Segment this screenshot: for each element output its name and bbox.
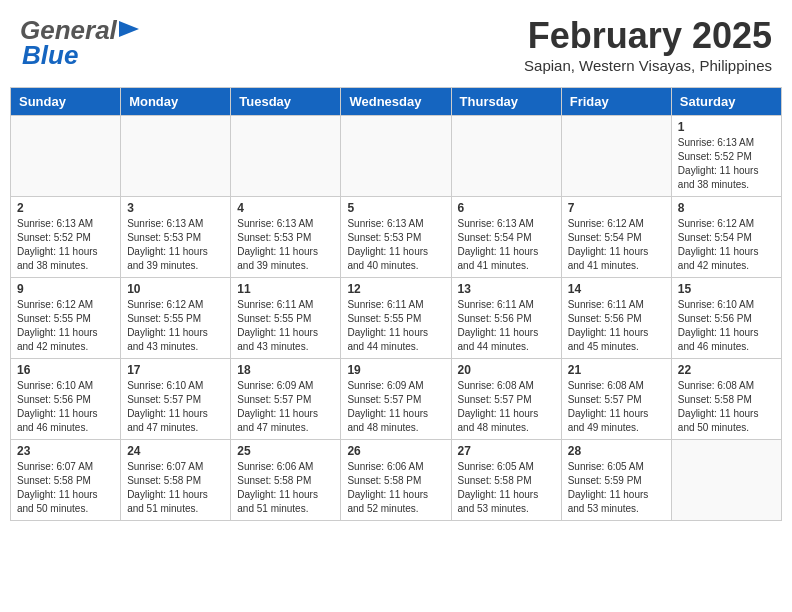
day-info-11: Sunrise: 6:11 AM Sunset: 5:55 PM Dayligh… — [237, 298, 334, 354]
day-cell-1-2: 4Sunrise: 6:13 AM Sunset: 5:53 PM Daylig… — [231, 197, 341, 278]
day-cell-1-6: 8Sunrise: 6:12 AM Sunset: 5:54 PM Daylig… — [671, 197, 781, 278]
day-number-18: 18 — [237, 363, 334, 377]
weekday-header-row: Sunday Monday Tuesday Wednesday Thursday… — [11, 88, 782, 116]
day-cell-2-5: 14Sunrise: 6:11 AM Sunset: 5:56 PM Dayli… — [561, 278, 671, 359]
day-cell-3-2: 18Sunrise: 6:09 AM Sunset: 5:57 PM Dayli… — [231, 359, 341, 440]
day-number-8: 8 — [678, 201, 775, 215]
day-number-14: 14 — [568, 282, 665, 296]
day-info-15: Sunrise: 6:10 AM Sunset: 5:56 PM Dayligh… — [678, 298, 775, 354]
day-info-12: Sunrise: 6:11 AM Sunset: 5:55 PM Dayligh… — [347, 298, 444, 354]
day-cell-0-1 — [121, 116, 231, 197]
day-cell-0-3 — [341, 116, 451, 197]
day-cell-3-3: 19Sunrise: 6:09 AM Sunset: 5:57 PM Dayli… — [341, 359, 451, 440]
header-saturday: Saturday — [671, 88, 781, 116]
day-cell-2-0: 9Sunrise: 6:12 AM Sunset: 5:55 PM Daylig… — [11, 278, 121, 359]
day-cell-1-4: 6Sunrise: 6:13 AM Sunset: 5:54 PM Daylig… — [451, 197, 561, 278]
day-cell-0-4 — [451, 116, 561, 197]
day-cell-0-2 — [231, 116, 341, 197]
day-cell-4-6 — [671, 440, 781, 521]
day-info-7: Sunrise: 6:12 AM Sunset: 5:54 PM Dayligh… — [568, 217, 665, 273]
day-info-26: Sunrise: 6:06 AM Sunset: 5:58 PM Dayligh… — [347, 460, 444, 516]
subtitle: Sapian, Western Visayas, Philippines — [524, 57, 772, 74]
day-number-17: 17 — [127, 363, 224, 377]
day-info-24: Sunrise: 6:07 AM Sunset: 5:58 PM Dayligh… — [127, 460, 224, 516]
day-cell-4-3: 26Sunrise: 6:06 AM Sunset: 5:58 PM Dayli… — [341, 440, 451, 521]
day-number-12: 12 — [347, 282, 444, 296]
day-number-25: 25 — [237, 444, 334, 458]
day-cell-4-4: 27Sunrise: 6:05 AM Sunset: 5:58 PM Dayli… — [451, 440, 561, 521]
day-cell-0-5 — [561, 116, 671, 197]
day-cell-4-0: 23Sunrise: 6:07 AM Sunset: 5:58 PM Dayli… — [11, 440, 121, 521]
day-info-21: Sunrise: 6:08 AM Sunset: 5:57 PM Dayligh… — [568, 379, 665, 435]
day-cell-3-6: 22Sunrise: 6:08 AM Sunset: 5:58 PM Dayli… — [671, 359, 781, 440]
day-info-20: Sunrise: 6:08 AM Sunset: 5:57 PM Dayligh… — [458, 379, 555, 435]
day-info-25: Sunrise: 6:06 AM Sunset: 5:58 PM Dayligh… — [237, 460, 334, 516]
day-info-27: Sunrise: 6:05 AM Sunset: 5:58 PM Dayligh… — [458, 460, 555, 516]
day-cell-3-1: 17Sunrise: 6:10 AM Sunset: 5:57 PM Dayli… — [121, 359, 231, 440]
day-info-8: Sunrise: 6:12 AM Sunset: 5:54 PM Dayligh… — [678, 217, 775, 273]
day-info-19: Sunrise: 6:09 AM Sunset: 5:57 PM Dayligh… — [347, 379, 444, 435]
day-number-9: 9 — [17, 282, 114, 296]
day-info-14: Sunrise: 6:11 AM Sunset: 5:56 PM Dayligh… — [568, 298, 665, 354]
day-number-2: 2 — [17, 201, 114, 215]
day-cell-2-2: 11Sunrise: 6:11 AM Sunset: 5:55 PM Dayli… — [231, 278, 341, 359]
week-row-0: 1Sunrise: 6:13 AM Sunset: 5:52 PM Daylig… — [11, 116, 782, 197]
day-number-11: 11 — [237, 282, 334, 296]
header-monday: Monday — [121, 88, 231, 116]
day-cell-2-4: 13Sunrise: 6:11 AM Sunset: 5:56 PM Dayli… — [451, 278, 561, 359]
day-cell-4-2: 25Sunrise: 6:06 AM Sunset: 5:58 PM Dayli… — [231, 440, 341, 521]
day-number-4: 4 — [237, 201, 334, 215]
day-info-17: Sunrise: 6:10 AM Sunset: 5:57 PM Dayligh… — [127, 379, 224, 435]
day-cell-4-1: 24Sunrise: 6:07 AM Sunset: 5:58 PM Dayli… — [121, 440, 231, 521]
day-number-15: 15 — [678, 282, 775, 296]
day-number-16: 16 — [17, 363, 114, 377]
day-number-5: 5 — [347, 201, 444, 215]
day-info-18: Sunrise: 6:09 AM Sunset: 5:57 PM Dayligh… — [237, 379, 334, 435]
day-info-13: Sunrise: 6:11 AM Sunset: 5:56 PM Dayligh… — [458, 298, 555, 354]
day-info-10: Sunrise: 6:12 AM Sunset: 5:55 PM Dayligh… — [127, 298, 224, 354]
day-info-9: Sunrise: 6:12 AM Sunset: 5:55 PM Dayligh… — [17, 298, 114, 354]
day-info-4: Sunrise: 6:13 AM Sunset: 5:53 PM Dayligh… — [237, 217, 334, 273]
day-cell-0-0 — [11, 116, 121, 197]
logo-arrow-icon — [119, 19, 139, 39]
day-cell-2-3: 12Sunrise: 6:11 AM Sunset: 5:55 PM Dayli… — [341, 278, 451, 359]
svg-marker-0 — [119, 21, 139, 37]
day-info-16: Sunrise: 6:10 AM Sunset: 5:56 PM Dayligh… — [17, 379, 114, 435]
day-info-22: Sunrise: 6:08 AM Sunset: 5:58 PM Dayligh… — [678, 379, 775, 435]
day-number-19: 19 — [347, 363, 444, 377]
logo: General Blue — [20, 15, 139, 71]
week-row-4: 23Sunrise: 6:07 AM Sunset: 5:58 PM Dayli… — [11, 440, 782, 521]
day-info-28: Sunrise: 6:05 AM Sunset: 5:59 PM Dayligh… — [568, 460, 665, 516]
day-cell-4-5: 28Sunrise: 6:05 AM Sunset: 5:59 PM Dayli… — [561, 440, 671, 521]
day-cell-3-4: 20Sunrise: 6:08 AM Sunset: 5:57 PM Dayli… — [451, 359, 561, 440]
day-info-3: Sunrise: 6:13 AM Sunset: 5:53 PM Dayligh… — [127, 217, 224, 273]
day-cell-3-0: 16Sunrise: 6:10 AM Sunset: 5:56 PM Dayli… — [11, 359, 121, 440]
title-area: February 2025 Sapian, Western Visayas, P… — [524, 15, 772, 74]
header-tuesday: Tuesday — [231, 88, 341, 116]
day-number-26: 26 — [347, 444, 444, 458]
day-cell-1-0: 2Sunrise: 6:13 AM Sunset: 5:52 PM Daylig… — [11, 197, 121, 278]
day-cell-0-6: 1Sunrise: 6:13 AM Sunset: 5:52 PM Daylig… — [671, 116, 781, 197]
day-number-24: 24 — [127, 444, 224, 458]
day-cell-1-5: 7Sunrise: 6:12 AM Sunset: 5:54 PM Daylig… — [561, 197, 671, 278]
day-number-23: 23 — [17, 444, 114, 458]
day-number-20: 20 — [458, 363, 555, 377]
day-number-22: 22 — [678, 363, 775, 377]
header-wednesday: Wednesday — [341, 88, 451, 116]
day-cell-1-3: 5Sunrise: 6:13 AM Sunset: 5:53 PM Daylig… — [341, 197, 451, 278]
day-info-23: Sunrise: 6:07 AM Sunset: 5:58 PM Dayligh… — [17, 460, 114, 516]
page-header: General Blue February 2025 Sapian, Weste… — [10, 10, 782, 79]
day-cell-1-1: 3Sunrise: 6:13 AM Sunset: 5:53 PM Daylig… — [121, 197, 231, 278]
day-number-3: 3 — [127, 201, 224, 215]
day-cell-3-5: 21Sunrise: 6:08 AM Sunset: 5:57 PM Dayli… — [561, 359, 671, 440]
day-info-2: Sunrise: 6:13 AM Sunset: 5:52 PM Dayligh… — [17, 217, 114, 273]
header-thursday: Thursday — [451, 88, 561, 116]
day-number-27: 27 — [458, 444, 555, 458]
day-info-6: Sunrise: 6:13 AM Sunset: 5:54 PM Dayligh… — [458, 217, 555, 273]
day-number-21: 21 — [568, 363, 665, 377]
day-cell-2-1: 10Sunrise: 6:12 AM Sunset: 5:55 PM Dayli… — [121, 278, 231, 359]
month-title: February 2025 — [524, 15, 772, 57]
day-info-5: Sunrise: 6:13 AM Sunset: 5:53 PM Dayligh… — [347, 217, 444, 273]
header-sunday: Sunday — [11, 88, 121, 116]
day-number-7: 7 — [568, 201, 665, 215]
